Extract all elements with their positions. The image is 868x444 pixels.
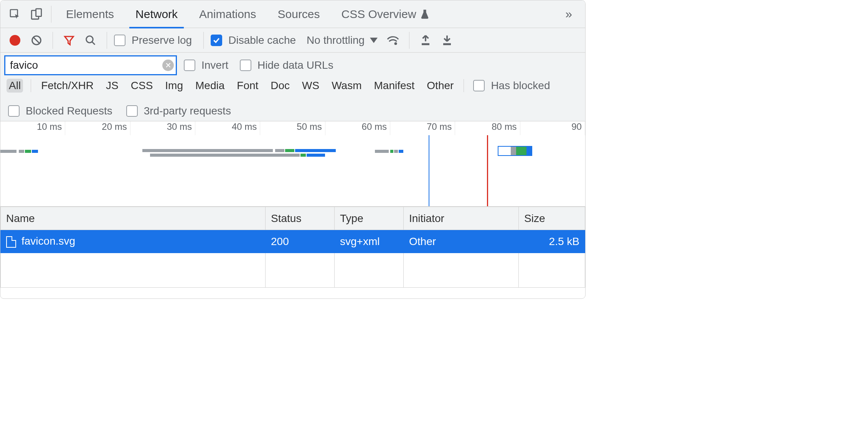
filter-input-wrap: ✕ [4,55,177,75]
separator [464,79,464,92]
domcontentloaded-line [429,135,429,206]
timeline-tick: 20 ms [65,121,130,135]
tab-elements[interactable]: Elements [55,0,125,28]
type-filter-fetch-xhr[interactable]: Fetch/XHR [39,79,96,93]
cell-type: svg+xml [335,230,404,253]
import-har-icon[interactable] [416,31,435,50]
third-party-checkbox[interactable] [126,105,138,117]
chevron-down-icon [370,38,378,43]
tab-sources[interactable]: Sources [267,0,331,28]
more-tabs-button[interactable]: » [556,7,581,21]
timeline-tick: 40 ms [195,121,260,135]
tab-css-overview[interactable]: CSS Overview [331,0,440,28]
hide-data-urls-checkbox[interactable] [240,60,251,71]
third-party-label: 3rd-party requests [144,105,231,117]
clear-filter-icon[interactable]: ✕ [162,60,174,71]
device-toggle-icon[interactable] [26,3,47,25]
blocked-requests-label: Blocked Requests [26,105,112,117]
svg-rect-2 [36,8,41,16]
has-blocked-option[interactable]: Has blocked [473,80,554,92]
devtools-tabs: ElementsNetworkAnimationsSourcesCSS Over… [0,0,585,28]
blocked-requests-checkbox[interactable] [8,105,20,117]
throttling-label: No throttling [307,34,365,46]
tab-animations[interactable]: Animations [188,0,267,28]
svg-point-4 [86,36,93,43]
filter-input[interactable] [4,55,177,75]
throttling-dropdown[interactable]: No throttling [304,34,381,46]
type-filter-media[interactable]: Media [193,79,227,93]
invert-label: Invert [201,59,228,71]
filter-row: ✕ Invert Hide data URLs [0,53,585,78]
type-filter-row: AllFetch/XHRJSCSSImgMediaFontDocWSWasmMa… [0,78,585,121]
record-button[interactable] [6,31,24,50]
search-icon[interactable] [81,31,100,50]
invert-checkbox[interactable] [184,60,195,71]
cell-status: 200 [266,230,335,253]
type-filter-wasm[interactable]: Wasm [329,79,364,93]
third-party-option[interactable]: 3rd-party requests [126,105,236,117]
cell-name: favicon.svg [1,230,266,253]
separator [409,32,409,49]
separator [107,32,107,49]
hide-data-urls-option[interactable]: Hide data URLs [240,59,338,71]
preserve-log-label: Preserve log [132,34,192,46]
type-filter-manifest[interactable]: Manifest [372,79,417,93]
timeline-body [0,135,585,206]
column-initiator[interactable]: Initiator [404,207,519,230]
blocked-requests-option[interactable]: Blocked Requests [8,105,117,117]
tab-network[interactable]: Network [125,0,188,28]
column-status[interactable]: Status [266,207,335,230]
network-toolbar: Preserve log Disable cache No throttling [0,28,585,53]
type-filter-all[interactable]: All [7,79,23,93]
invert-option[interactable]: Invert [184,59,233,71]
request-table: NameStatusTypeInitiatorSize favicon.svg2… [0,207,585,288]
file-icon [6,236,16,248]
column-size[interactable]: Size [519,207,585,230]
type-filter-css[interactable]: CSS [129,79,155,93]
svg-point-5 [394,42,397,45]
filter-toggle-icon[interactable] [60,31,78,50]
separator [203,32,204,49]
preserve-log-checkbox[interactable] [114,35,125,46]
has-blocked-checkbox[interactable] [473,80,485,91]
disable-cache-checkbox[interactable] [211,35,222,46]
type-filter-js[interactable]: JS [104,79,121,93]
has-blocked-label: Has blocked [491,80,550,92]
hide-data-urls-label: Hide data URLs [257,59,333,71]
timeline-tick: 80 ms [455,121,520,135]
timeline-overview[interactable]: 10 ms20 ms30 ms40 ms50 ms60 ms70 ms80 ms… [0,121,585,207]
type-filter-ws[interactable]: WS [300,79,322,93]
timeline-tick: 30 ms [130,121,195,135]
network-conditions-icon[interactable] [384,31,402,50]
type-filter-font[interactable]: Font [234,79,261,93]
svg-rect-6 [422,43,429,45]
disable-cache-label: Disable cache [228,34,296,46]
load-line [487,135,488,206]
timeline-thumb[interactable] [498,146,532,156]
timeline-tick: 60 ms [325,121,390,135]
clear-button[interactable] [27,31,46,50]
type-filter-other[interactable]: Other [424,79,456,93]
cell-initiator: Other [404,230,519,253]
disable-cache-option[interactable]: Disable cache [211,34,300,46]
separator [31,79,31,92]
timeline-tick: 90 [520,121,585,135]
export-har-icon[interactable] [438,31,456,50]
experiment-icon [420,9,429,20]
timeline-tick: 50 ms [260,121,325,135]
timeline-tick: 10 ms [0,121,65,135]
column-name[interactable]: Name [1,207,266,230]
inspect-element-icon[interactable] [4,3,26,25]
separator [53,32,53,49]
separator [51,6,51,23]
cell-size: 2.5 kB [519,230,585,253]
preserve-log-option[interactable]: Preserve log [114,34,196,46]
type-filter-img[interactable]: Img [163,79,185,93]
timeline-tick: 70 ms [390,121,455,135]
column-type[interactable]: Type [335,207,404,230]
svg-rect-7 [443,43,451,45]
table-row[interactable]: favicon.svg200svg+xmlOther2.5 kB [1,230,585,253]
type-filter-doc[interactable]: Doc [268,79,292,93]
